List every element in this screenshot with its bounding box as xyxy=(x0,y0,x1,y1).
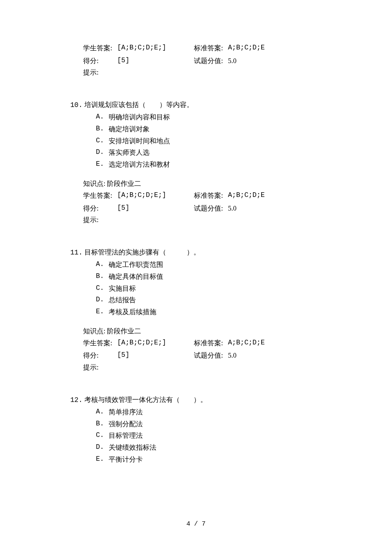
option-text: 安排培训时间和地点 xyxy=(109,136,322,147)
q11-kp: 知识点: 阶段作业二 xyxy=(83,326,322,337)
option-text: 明确培训内容和目标 xyxy=(109,112,322,123)
option-letter: A. xyxy=(96,407,109,418)
option-letter: E. xyxy=(96,306,109,318)
question-10: 10. 培训规划应该包括（ ）等内容。 A. 明确培训内容和目标 B. 确定培训… xyxy=(70,99,322,225)
question-11: 11. 目标管理法的实施步骤有（ ）。 A. 确定工作职责范围 B. 确定具体的… xyxy=(70,247,322,373)
score-label: 得分: xyxy=(83,350,117,361)
score-label: 得分: xyxy=(83,203,117,214)
option-text: 确定具体的目标值 xyxy=(109,271,322,282)
score-total-label: 试题分值: xyxy=(194,55,228,66)
q12-number: 12. xyxy=(70,396,83,404)
option-text: 强制分配法 xyxy=(109,419,322,430)
q11-score: [5] xyxy=(117,350,194,361)
q10-option-b: B. 确定培训对象 xyxy=(96,124,322,135)
standard-answer-label: 标准答案: xyxy=(194,338,228,349)
q10-option-c: C. 安排培训时间和地点 xyxy=(96,136,322,147)
option-text: 落实师资人选 xyxy=(109,147,322,158)
q10-kp: 知识点: 阶段作业二 xyxy=(83,178,322,189)
q11-stem-line: 11. 目标管理法的实施步骤有（ ）。 xyxy=(70,247,322,259)
q9-standard-answer: A;B;C;D;E xyxy=(228,43,275,54)
standard-answer-label: 标准答案: xyxy=(194,43,228,54)
q10-number: 10. xyxy=(70,101,83,109)
option-text: 目标管理法 xyxy=(109,430,322,441)
q10-score-total: 5.0 xyxy=(228,203,275,214)
kp-value: 阶段作业二 xyxy=(107,327,141,335)
option-text: 简单排序法 xyxy=(109,407,322,418)
option-text: 实施目标 xyxy=(109,283,322,294)
q10-option-e: E. 选定培训方法和教材 xyxy=(96,159,322,170)
question-12: 12. 考核与绩效管理一体化方法有（ ）。 A. 简单排序法 B. 强制分配法 … xyxy=(70,394,322,465)
q11-student-answer: [A;B;C;D;E;] xyxy=(117,338,194,349)
q11-option-c: C. 实施目标 xyxy=(96,283,322,294)
q10-student-answer: [A;B;C;D;E;] xyxy=(117,190,194,201)
q10-stem: 培训规划应该包括（ ）等内容。 xyxy=(84,101,193,108)
option-letter: E. xyxy=(96,159,109,170)
option-letter: C. xyxy=(96,283,109,294)
option-text: 关键绩效指标法 xyxy=(109,442,322,453)
q12-option-d: D. 关键绩效指标法 xyxy=(96,442,322,453)
q9-score-total: 5.0 xyxy=(228,55,275,66)
standard-answer-label: 标准答案: xyxy=(194,190,228,201)
q11-number: 11. xyxy=(70,249,83,257)
option-text: 确定工作职责范围 xyxy=(109,259,322,270)
q9-student-answer: [A;B;C;D;E;] xyxy=(117,43,194,54)
q9-score: [5] xyxy=(117,55,194,66)
option-letter: A. xyxy=(96,112,109,123)
q12-option-a: A. 简单排序法 xyxy=(96,407,322,418)
q12-stem-line: 12. 考核与绩效管理一体化方法有（ ）。 xyxy=(70,394,322,406)
option-letter: A. xyxy=(96,259,109,270)
option-letter: B. xyxy=(96,124,109,135)
page-container: 学生答案: [A;B;C;D;E;] 标准答案: A;B;C;D;E 得分: [… xyxy=(0,0,392,555)
q10-stem-line: 10. 培训规划应该包括（ ）等内容。 xyxy=(70,99,322,111)
q11-score-total: 5.0 xyxy=(228,350,275,361)
score-total-label: 试题分值: xyxy=(194,350,228,361)
student-answer-label: 学生答案: xyxy=(83,190,117,201)
q11-info-grid: 学生答案: [A;B;C;D;E;] 标准答案: A;B;C;D;E 得分: [… xyxy=(83,338,322,361)
q10-info-grid: 学生答案: [A;B;C;D;E;] 标准答案: A;B;C;D;E 得分: [… xyxy=(83,190,322,214)
option-letter: E. xyxy=(96,454,109,465)
option-text: 考核及后续措施 xyxy=(109,306,322,318)
option-text: 平衡计分卡 xyxy=(109,454,322,465)
option-text: 确定培训对象 xyxy=(109,124,322,135)
q10-tip-label: 提示: xyxy=(83,214,322,225)
q10-option-a: A. 明确培训内容和目标 xyxy=(96,112,322,123)
option-letter: D. xyxy=(96,442,109,453)
q12-option-b: B. 强制分配法 xyxy=(96,419,322,430)
score-total-label: 试题分值: xyxy=(194,203,228,214)
q9-info-grid: 学生答案: [A;B;C;D;E;] 标准答案: A;B;C;D;E 得分: [… xyxy=(83,43,322,66)
q10-score: [5] xyxy=(117,203,194,214)
option-letter: D. xyxy=(96,147,109,158)
q11-stem: 目标管理法的实施步骤有（ ）。 xyxy=(84,249,200,256)
q12-options: A. 简单排序法 B. 强制分配法 C. 目标管理法 D. 关键绩效指标法 E.… xyxy=(96,407,322,465)
q11-tip-label: 提示: xyxy=(83,362,322,373)
q11-options: A. 确定工作职责范围 B. 确定具体的目标值 C. 实施目标 D. 总结报告 … xyxy=(96,259,322,317)
kp-label: 知识点: xyxy=(83,327,105,335)
option-letter: C. xyxy=(96,136,109,147)
student-answer-label: 学生答案: xyxy=(83,43,117,54)
q11-option-e: E. 考核及后续措施 xyxy=(96,306,322,318)
kp-value: 阶段作业二 xyxy=(107,180,141,187)
option-letter: C. xyxy=(96,430,109,441)
option-letter: D. xyxy=(96,295,109,306)
q11-option-a: A. 确定工作职责范围 xyxy=(96,259,322,270)
page-number: 4 / 7 xyxy=(0,519,392,529)
q10-option-d: D. 落实师资人选 xyxy=(96,147,322,158)
option-letter: B. xyxy=(96,419,109,430)
student-answer-label: 学生答案: xyxy=(83,338,117,349)
q12-option-c: C. 目标管理法 xyxy=(96,430,322,441)
q12-option-e: E. 平衡计分卡 xyxy=(96,454,322,465)
q10-options: A. 明确培训内容和目标 B. 确定培训对象 C. 安排培训时间和地点 D. 落… xyxy=(96,112,322,170)
q11-option-b: B. 确定具体的目标值 xyxy=(96,271,322,282)
q11-option-d: D. 总结报告 xyxy=(96,295,322,306)
option-text: 总结报告 xyxy=(109,295,322,306)
q11-standard-answer: A;B;C;D;E xyxy=(228,338,275,349)
q10-standard-answer: A;B;C;D;E xyxy=(228,190,275,201)
option-letter: B. xyxy=(96,271,109,282)
q9-tip-label: 提示: xyxy=(83,67,322,78)
option-text: 选定培训方法和教材 xyxy=(109,159,322,170)
kp-label: 知识点: xyxy=(83,180,105,187)
question-9-info: 学生答案: [A;B;C;D;E;] 标准答案: A;B;C;D;E 得分: [… xyxy=(70,43,322,78)
q12-stem: 考核与绩效管理一体化方法有（ ）。 xyxy=(84,396,207,403)
score-label: 得分: xyxy=(83,55,117,66)
